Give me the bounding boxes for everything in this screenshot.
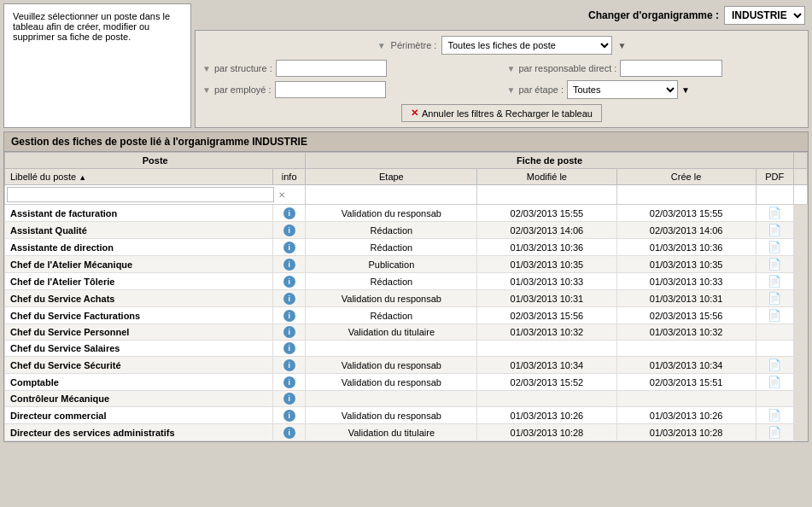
organigramme-select[interactable]: INDUSTRIE	[724, 6, 805, 25]
table-row[interactable]: Chef du Service PersonneliValidation du …	[5, 324, 808, 341]
cell-info: i	[272, 341, 306, 357]
filter-responsable: ▼ par responsable direct :	[507, 60, 802, 77]
info-button[interactable]: i	[283, 342, 295, 354]
cell-info: i	[272, 239, 306, 256]
pdf-icon[interactable]: 📄	[768, 409, 781, 422]
cell-etape: Rédaction	[306, 307, 477, 324]
pdf-icon[interactable]: 📄	[768, 224, 781, 236]
clear-search-icon[interactable]: ✕	[278, 190, 285, 200]
table-row[interactable]: ComptableiValidation du responsab02/03/2…	[5, 374, 808, 391]
pdf-icon[interactable]: 📄	[768, 292, 781, 305]
cell-modifie: 01/03/2013 10:33	[477, 273, 616, 290]
etape-dropdown-icon: ▼	[681, 85, 690, 95]
info-button[interactable]: i	[283, 376, 295, 388]
info-button[interactable]: i	[283, 410, 295, 422]
cell-pdf	[756, 341, 793, 357]
cell-pdf	[756, 324, 793, 341]
cancel-button[interactable]: ✕ Annuler les filtres & Recharger le tab…	[401, 104, 602, 122]
cell-cree: 01/03/2013 10:33	[616, 273, 756, 290]
table-row[interactable]: Chef de l'Atelier TôlerieiRédaction01/03…	[5, 273, 808, 290]
cell-info: i	[272, 222, 306, 239]
cell-cree: 01/03/2013 10:26	[616, 407, 756, 424]
row-spacer	[793, 391, 807, 407]
search-input[interactable]	[7, 187, 274, 202]
row-spacer	[793, 256, 807, 273]
table-row[interactable]: Contrôleur Mécaniquei	[5, 391, 808, 407]
col-header-spacer	[793, 169, 807, 185]
cell-poste: Chef de l'Atelier Mécanique	[5, 256, 273, 273]
cell-modifie: 01/03/2013 10:34	[477, 357, 616, 374]
pdf-icon[interactable]: 📄	[768, 426, 781, 439]
col-group-poste: Poste	[5, 153, 306, 169]
info-button[interactable]: i	[283, 310, 295, 322]
table-row[interactable]: Directeur commercialiValidation du respo…	[5, 407, 808, 424]
table-row[interactable]: Chef du Service FacturationsiRédaction02…	[5, 307, 808, 324]
pdf-icon[interactable]: 📄	[768, 275, 781, 288]
table-row[interactable]: Assistant QualitéiRédaction02/03/2013 14…	[5, 222, 808, 239]
cell-poste: Directeur des services administratifs	[5, 424, 273, 441]
col-spacer	[793, 153, 807, 169]
info-button[interactable]: i	[283, 393, 295, 405]
par-etape-label: par étape :	[518, 84, 564, 95]
cell-info: i	[272, 391, 306, 407]
par-etape-select[interactable]: Toutes Rédaction Publication Validation …	[567, 80, 678, 99]
cell-pdf: 📄	[756, 205, 793, 222]
cell-pdf	[756, 391, 793, 407]
info-button[interactable]: i	[283, 427, 295, 439]
cell-poste: Chef du Service Facturations	[5, 307, 273, 324]
table-row[interactable]: Chef de l'Atelier MécaniqueiPublication0…	[5, 256, 808, 273]
cancel-label: Annuler les filtres & Recharger le table…	[422, 108, 593, 119]
info-button[interactable]: i	[283, 259, 295, 271]
cell-cree: 01/03/2013 10:32	[616, 324, 756, 341]
info-button[interactable]: i	[283, 276, 295, 288]
table-section: Gestion des fiches de poste lié à l'orga…	[3, 131, 809, 442]
cell-cree	[616, 341, 756, 357]
filters-panel: ▼ Périmètre : Toutes les fiches de poste…	[195, 30, 809, 128]
table-row[interactable]: Directeur des services administratifsiVa…	[5, 424, 808, 441]
cell-pdf: 📄	[756, 222, 793, 239]
table-row[interactable]: Assistante de directioniRédaction01/03/2…	[5, 239, 808, 256]
cell-poste: Comptable	[5, 374, 273, 391]
cell-etape: Rédaction	[306, 239, 477, 256]
par-structure-label: par structure :	[214, 63, 272, 73]
row-spacer	[793, 239, 807, 256]
pdf-icon[interactable]: 📄	[768, 207, 781, 219]
par-employe-input[interactable]	[275, 81, 386, 98]
cell-poste: Assistant Qualité	[5, 222, 273, 239]
cell-info: i	[272, 256, 306, 273]
info-button[interactable]: i	[283, 326, 295, 338]
par-structure-input[interactable]	[276, 60, 387, 77]
cell-cree: 01/03/2013 10:28	[616, 424, 756, 441]
table-row[interactable]: Assistant de facturationiValidation du r…	[5, 205, 808, 222]
table-row[interactable]: Chef du Service AchatsiValidation du res…	[5, 290, 808, 307]
cell-modifie: 01/03/2013 10:36	[477, 239, 616, 256]
pdf-icon[interactable]: 📄	[768, 309, 781, 322]
info-button[interactable]: i	[283, 242, 295, 253]
cell-poste: Chef de l'Atelier Tôlerie	[5, 273, 273, 290]
info-button[interactable]: i	[283, 207, 295, 219]
cell-cree: 01/03/2013 10:34	[616, 357, 756, 374]
perimetre-select[interactable]: Toutes les fiches de poste Mes fiches de…	[441, 36, 612, 55]
col-headers-row: Libellé du poste ▲ info Etape Modifié le…	[5, 169, 808, 185]
pdf-icon[interactable]: 📄	[768, 376, 781, 388]
cell-modifie: 01/03/2013 10:35	[477, 256, 616, 273]
filter-structure: ▼ par structure :	[202, 60, 497, 77]
cell-pdf: 📄	[756, 273, 793, 290]
cell-poste: Chef du Service Salaires	[5, 341, 273, 357]
cell-etape: Validation du responsab	[306, 374, 477, 391]
row-spacer	[793, 273, 807, 290]
col-header-libelle[interactable]: Libellé du poste ▲	[5, 169, 273, 185]
par-responsable-input[interactable]	[620, 60, 722, 77]
table-body: Assistant de facturationiValidation du r…	[5, 205, 808, 441]
table-row[interactable]: Chef du Service SécuritéiValidation du r…	[5, 357, 808, 374]
info-button[interactable]: i	[283, 293, 295, 305]
info-button[interactable]: i	[283, 224, 295, 236]
table-row[interactable]: Chef du Service Salairesi	[5, 341, 808, 357]
pdf-icon[interactable]: 📄	[768, 258, 781, 271]
cell-etape	[306, 341, 477, 357]
filter-icon-structure: ▼	[202, 64, 211, 73]
info-button[interactable]: i	[283, 359, 295, 371]
search-row: ✕	[5, 185, 808, 205]
pdf-icon[interactable]: 📄	[768, 358, 781, 371]
pdf-icon[interactable]: 📄	[768, 241, 781, 253]
